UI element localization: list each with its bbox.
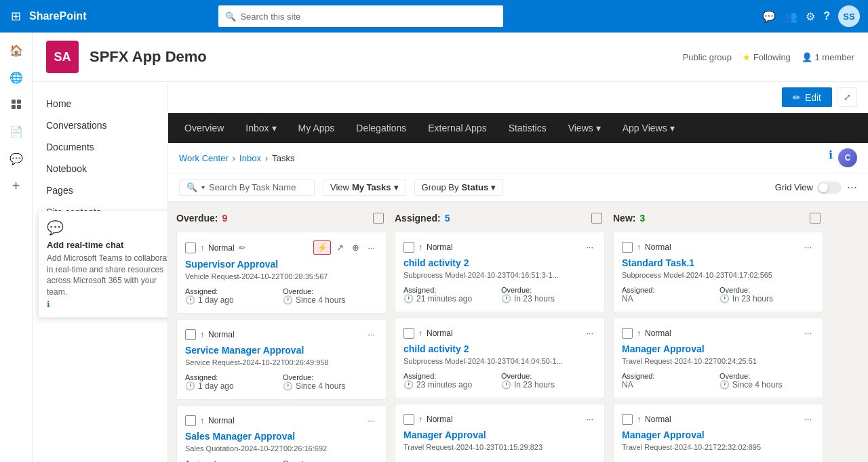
sidebar-globe-icon[interactable]: 🌐	[4, 65, 28, 89]
sidebar-doc-icon[interactable]: 📄	[4, 119, 28, 144]
task-title[interactable]: Sales Manager Approval	[185, 431, 378, 442]
task-checkbox[interactable]	[622, 242, 633, 253]
task-title[interactable]: Service Manager Approval	[185, 345, 378, 356]
chat-popup-title: Add real-time chat	[47, 240, 168, 250]
edit-button[interactable]: ✏ Edit	[782, 87, 832, 107]
content-with-nav: Home Conversations Documents Notebook Pa…	[33, 82, 868, 462]
search-task-icon: 🔍	[186, 182, 197, 192]
card-more-icon[interactable]: ···	[802, 413, 814, 425]
waffle-icon[interactable]: ⊞	[8, 6, 24, 26]
task-title[interactable]: Standard Task.1	[622, 257, 814, 268]
nav-item-home[interactable]: Home	[33, 93, 167, 114]
task-title[interactable]: child activity 2	[403, 257, 596, 268]
app-nav-my-apps[interactable]: My Apps	[288, 113, 346, 143]
card-more-icon[interactable]: ···	[365, 328, 378, 341]
card-actions: ···	[802, 327, 814, 339]
app-nav-inbox[interactable]: Inbox ▾	[235, 113, 287, 143]
toolbar-right: Grid View ···	[775, 180, 857, 194]
app-nav-delegations[interactable]: Delegations	[345, 113, 417, 143]
search-task-input[interactable]: 🔍 ▾ Search By Task Name	[179, 179, 315, 196]
task-title[interactable]: Manager Approval	[622, 343, 814, 354]
task-title[interactable]: Manager Approval	[403, 429, 596, 440]
task-checkbox[interactable]	[185, 415, 196, 426]
view-value: My Tasks	[352, 182, 391, 192]
task-checkbox[interactable]	[185, 329, 196, 340]
sidebar-home-icon[interactable]: 🏠	[4, 38, 28, 62]
grid-label: Grid View	[775, 182, 813, 192]
nav-item-documents[interactable]: Documents	[33, 136, 167, 158]
priority-label: Normal	[427, 243, 453, 252]
edit-task-icon[interactable]: ✏	[239, 243, 245, 253]
app-nav-overview[interactable]: Overview	[174, 113, 235, 143]
toggle-switch[interactable]	[817, 182, 842, 194]
task-card: ↑ Normal ··· Manager Approval Travel Req…	[613, 404, 823, 462]
task-checkbox[interactable]	[185, 243, 196, 253]
card-more-icon[interactable]: ···	[365, 414, 378, 427]
assigned-select-all[interactable]	[591, 213, 602, 224]
nav-item-notebook[interactable]: Notebook	[33, 158, 167, 180]
card-header: ↑ Normal ···	[622, 413, 814, 425]
inbox-dropdown-icon: ▾	[272, 123, 277, 133]
new-select-all[interactable]	[810, 213, 821, 224]
following-button[interactable]: ★ Following	[743, 52, 791, 62]
card-more-icon[interactable]: ···	[583, 240, 596, 253]
priority-arrow-icon: ↑	[418, 329, 422, 338]
app-nav-statistics[interactable]: Statistics	[498, 113, 557, 143]
breadcrumb-inbox[interactable]: Inbox	[239, 153, 261, 163]
search-bar[interactable]: 🔍 Search this site	[218, 5, 503, 27]
group-by-filter[interactable]: Group By Status ▾	[414, 179, 504, 196]
settings-icon[interactable]: ⚙	[806, 10, 815, 23]
open-icon[interactable]: ↗	[334, 241, 347, 254]
delegate-icon[interactable]: ⊕	[349, 241, 362, 254]
card-more-icon[interactable]: ···	[365, 241, 378, 254]
card-more-icon[interactable]: ···	[802, 327, 814, 339]
alert-icon[interactable]: ⚡	[313, 240, 331, 255]
task-checkbox[interactable]	[622, 328, 633, 339]
sidebar-plus-icon[interactable]: +	[4, 173, 28, 198]
task-subtitle: Subprocess Model-2024-10-23T04:16:51:3-1…	[403, 271, 596, 279]
task-card: ↑ Normal ··· Standard Task.1 Subprocess …	[613, 232, 823, 312]
more-options-button[interactable]: ···	[847, 180, 857, 194]
breadcrumb-work-center[interactable]: Work Center	[179, 153, 229, 163]
overdue-section: Overdue: 🕐 In 23 hours	[501, 372, 596, 390]
card-more-icon[interactable]: ···	[583, 327, 596, 339]
view-filter[interactable]: View My Tasks ▾	[323, 179, 406, 196]
nav-item-conversations[interactable]: Conversations	[33, 114, 167, 136]
column-overdue: Overdue: 9 ↑ Normal ✏	[176, 210, 387, 454]
priority-label: Normal	[427, 415, 453, 424]
task-checkbox[interactable]	[403, 242, 414, 253]
card-more-icon[interactable]: ···	[802, 240, 814, 253]
nav-item-pages[interactable]: Pages	[33, 180, 167, 201]
sidebar-layers-icon[interactable]	[4, 92, 28, 117]
chat-info-link[interactable]: ℹ	[47, 299, 50, 309]
search-icon: 🔍	[225, 12, 236, 22]
app-nav-app-views[interactable]: App Views ▾	[612, 113, 686, 143]
priority-arrow-icon: ↑	[418, 243, 422, 252]
clock-icon: 🕐	[185, 295, 195, 305]
toggle-knob	[818, 183, 828, 192]
card-header: ↑ Normal ···	[185, 414, 378, 427]
breadcrumb-icons: ℹ C	[829, 148, 857, 167]
task-title[interactable]: Supervisor Approval	[185, 259, 378, 270]
assigned-section: Assigned: 🕐 1 day ago	[185, 287, 280, 305]
task-checkbox[interactable]	[403, 328, 414, 339]
card-more-icon[interactable]: ···	[583, 413, 596, 425]
people-icon[interactable]: 👥	[784, 10, 797, 23]
expand-button[interactable]: ⤢	[837, 87, 857, 107]
overdue-select-all[interactable]	[373, 213, 384, 224]
task-title[interactable]: Manager Approval	[622, 429, 814, 440]
app-nav-views[interactable]: Views ▾	[557, 113, 612, 143]
info-icon[interactable]: ℹ	[829, 148, 833, 167]
grid-view-toggle[interactable]: Grid View	[775, 182, 842, 194]
help-icon[interactable]: ?	[823, 10, 830, 22]
sidebar-chat-icon[interactable]: 💬	[4, 146, 28, 171]
user-avatar[interactable]: SS	[838, 5, 860, 27]
search-task-placeholder: Search By Task Name	[209, 182, 296, 192]
app-nav-external-apps[interactable]: External Apps	[417, 113, 497, 143]
task-checkbox[interactable]	[622, 414, 633, 425]
task-checkbox[interactable]	[403, 414, 414, 425]
edit-pencil-icon: ✏	[793, 92, 801, 103]
chat-icon[interactable]: 💬	[762, 10, 776, 23]
task-title[interactable]: child activity 2	[403, 343, 596, 354]
members-count: 👤 1 member	[802, 52, 854, 62]
